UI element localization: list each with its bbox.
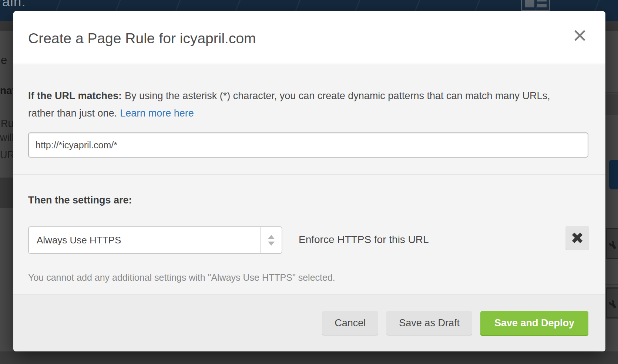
close-button[interactable] xyxy=(572,27,588,44)
background-right-strip xyxy=(605,21,618,364)
background-tool-box xyxy=(606,228,618,259)
section-divider xyxy=(13,174,605,175)
cancel-button[interactable]: Cancel xyxy=(322,311,378,335)
learn-more-link[interactable]: Learn more here xyxy=(120,108,194,119)
background-band xyxy=(0,21,13,31)
save-as-draft-button[interactable]: Save as Draft xyxy=(386,311,472,335)
modal-title: Create a Page Rule for icyapril.com xyxy=(28,30,256,47)
background-tool-box xyxy=(606,287,618,318)
layout-grid-icon xyxy=(521,0,550,11)
setting-select[interactable]: Always Use HTTPS xyxy=(28,226,282,254)
wrench-icon xyxy=(608,297,618,309)
url-match-label: If the URL matches: xyxy=(28,90,122,101)
modal-header: Create a Page Rule for icyapril.com xyxy=(13,11,605,64)
setting-note: You cannot add any additional settings w… xyxy=(28,272,335,283)
navbar-text-fragment: ain. xyxy=(2,0,26,10)
url-match-paragraph: If the URL matches:By using the asterisk… xyxy=(28,87,561,122)
setting-select-value: Always Use HTTPS xyxy=(29,235,260,246)
modal-body: If the URL matches:By using the asterisk… xyxy=(13,64,605,294)
background-band xyxy=(605,21,618,31)
setting-description: Enforce HTTPS for this URL xyxy=(299,234,429,246)
url-pattern-input[interactable] xyxy=(28,132,588,158)
save-and-deploy-button[interactable]: Save and Deploy xyxy=(480,311,588,335)
background-text-fragment: UR xyxy=(0,149,14,161)
background-bottom-strip xyxy=(0,351,618,364)
create-page-rule-modal: Create a Page Rule for icyapril.com If t… xyxy=(13,11,605,351)
background-text-fragment: Ru xyxy=(1,118,14,129)
modal-footer: Cancel Save as Draft Save and Deploy xyxy=(13,294,605,351)
settings-heading: Then the settings are: xyxy=(28,195,132,206)
background-divider xyxy=(605,284,618,285)
grid-icon-square xyxy=(525,0,534,7)
remove-x-icon xyxy=(571,232,584,244)
background-band xyxy=(605,94,618,115)
background-left-strip: e nav Ru will UR xyxy=(0,21,13,364)
screen: ain. e nav Ru will UR Create a Page Rule… xyxy=(0,0,618,364)
select-stepper-icon xyxy=(260,227,282,253)
chevron-up-icon xyxy=(268,235,275,239)
background-text-fragment: will xyxy=(0,132,14,144)
background-band xyxy=(0,178,13,208)
close-icon xyxy=(573,29,587,42)
background-text-fragment: e xyxy=(1,54,7,67)
grid-icon-bars xyxy=(537,0,547,7)
wrench-icon xyxy=(608,237,618,250)
background-divider xyxy=(605,92,618,93)
chevron-down-icon xyxy=(268,242,275,246)
background-button-sliver xyxy=(609,160,618,189)
remove-setting-button[interactable] xyxy=(565,226,589,250)
